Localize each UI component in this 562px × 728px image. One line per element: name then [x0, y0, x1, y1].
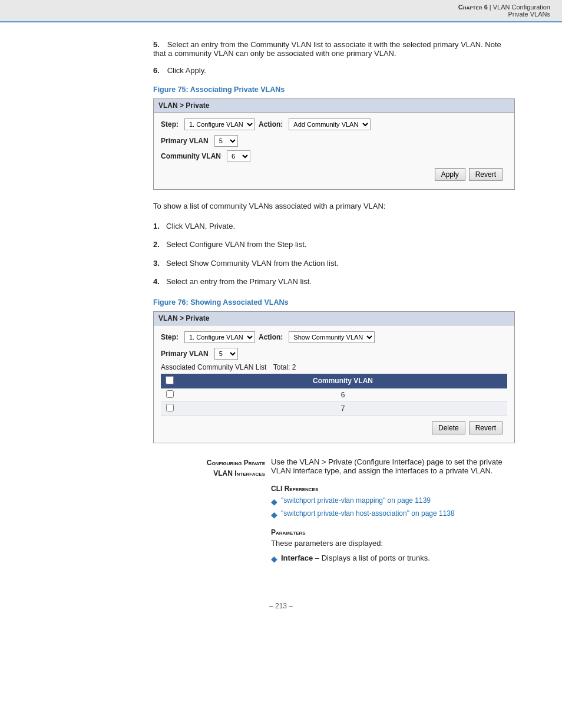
bullet-2: ◆: [271, 509, 277, 520]
param-interface-text: Interface – Displays a list of ports or …: [281, 554, 430, 562]
cli-heading: CLI References: [271, 485, 515, 493]
assoc-table-body: 6 7: [161, 388, 507, 416]
param-interface-name: Interface: [281, 554, 313, 562]
show-step-2: 2. Select Configure VLAN from the Step l…: [153, 239, 515, 251]
chapter-label: Chapter 6: [458, 4, 488, 11]
select-all-checkbox[interactable]: [166, 376, 174, 384]
community-vlan-row: Community VLAN 6: [161, 150, 507, 162]
community-vlan-label: Community VLAN: [161, 152, 221, 160]
step-5: 5. Select an entry from the Community VL…: [153, 40, 515, 58]
step-6: 6. Click Apply.: [153, 66, 515, 75]
assoc-table-header-row: Community VLAN: [161, 374, 507, 388]
row2-checkbox[interactable]: [166, 404, 174, 411]
figure-76-box: VLAN > Private Step: 1. Configure VLAN A…: [153, 311, 515, 443]
assoc-list-header: Associated Community VLAN List Total: 2: [161, 363, 507, 371]
params-list: ◆ Interface – Displays a list of ports o…: [271, 554, 515, 564]
figure-76-title: Figure 76: Showing Associated VLANs: [153, 298, 515, 307]
step-5-num: 5.: [153, 40, 165, 49]
step-action-row: Step: 1. Configure VLAN Action: Add Comm…: [161, 118, 507, 130]
configuring-section: Configuring Private VLAN Interfaces Use …: [153, 457, 515, 567]
table-row: 7: [161, 401, 507, 415]
action-select[interactable]: Add Community VLAN: [289, 118, 371, 130]
step-6-num: 6.: [153, 66, 165, 75]
show-step-3-text: Select Show Community VLAN from the Acti…: [166, 258, 339, 269]
row2-checkbox-cell: [161, 401, 178, 415]
show-step-3-num: 3.: [153, 258, 166, 269]
bullet-interface: ◆: [271, 554, 277, 564]
table-row: 6: [161, 388, 507, 402]
cli-link-1-text[interactable]: "switchport private-vlan mapping" on pag…: [281, 496, 431, 505]
figure-76-buttons: Delete Revert: [161, 419, 507, 437]
show-step-1-text: Click VLAN, Private.: [166, 220, 235, 232]
row1-checkbox-cell: [161, 388, 178, 402]
show-step-2-text: Select Configure VLAN from the Step list…: [166, 239, 306, 251]
fig76-step-select[interactable]: 1. Configure VLAN: [184, 331, 255, 343]
figure-76-box-header: VLAN > Private: [154, 312, 514, 325]
parameters-section: Parameters These parameters are displaye…: [271, 528, 515, 564]
fig76-action-select[interactable]: Show Community VLAN: [289, 331, 375, 343]
step-5-text: Select an entry from the Community VLAN …: [153, 40, 501, 58]
figure-76-box-body: Step: 1. Configure VLAN Action: Show Com…: [154, 325, 514, 443]
primary-vlan-label: Primary VLAN: [161, 137, 209, 145]
fig76-primary-vlan-label: Primary VLAN: [161, 350, 209, 358]
total-label: Total: 2: [273, 363, 296, 371]
assoc-list-label: Associated Community VLAN List: [161, 363, 266, 371]
show-step-3: 3. Select Show Community VLAN from the A…: [153, 258, 515, 269]
community-vlan-select[interactable]: 6: [227, 150, 250, 162]
row1-value: 6: [178, 388, 507, 402]
param-interface-desc: – Displays a list of ports or trunks.: [315, 554, 430, 562]
fig76-revert-button[interactable]: Revert: [469, 421, 503, 434]
figure-75-title: Figure 75: Associating Private VLANs: [153, 85, 515, 94]
fig76-action-label: Action:: [259, 333, 283, 341]
cli-links-list: ◆ "switchport private-vlan mapping" on p…: [271, 496, 515, 520]
show-steps-list: 1. Click VLAN, Private. 2. Select Config…: [153, 220, 515, 288]
header-title-line1: VLAN Configuration: [493, 4, 550, 11]
step-6-text: Click Apply.: [167, 66, 206, 75]
cli-link-2-text[interactable]: "switchport private-vlan host-associatio…: [281, 509, 455, 518]
header-separator: |: [490, 4, 491, 11]
cli-link-2: ◆ "switchport private-vlan host-associat…: [271, 509, 515, 520]
figure-75-box-header: VLAN > Private: [154, 99, 514, 113]
figure-75-box: VLAN > Private Step: 1. Configure VLAN A…: [153, 98, 515, 190]
community-vlan-col-header: Community VLAN: [178, 374, 507, 388]
page-header: Chapter 6 | VLAN Configuration Private V…: [0, 0, 562, 22]
intro-text: To show a list of community VLANs associ…: [153, 200, 515, 212]
param-interface: ◆ Interface – Displays a list of ports o…: [271, 554, 515, 564]
figure-75-buttons: Apply Revert: [161, 166, 507, 183]
params-intro: These parameters are displayed:: [271, 539, 515, 548]
step-label: Step:: [161, 120, 178, 129]
section-right-text: Use the VLAN > Private (Configure Interf…: [271, 457, 515, 475]
step-select[interactable]: 1. Configure VLAN: [184, 118, 255, 130]
params-heading: Parameters: [271, 528, 515, 536]
page-number: – 213 –: [269, 602, 293, 610]
fig76-step-action-row: Step: 1. Configure VLAN Action: Show Com…: [161, 331, 507, 343]
delete-button[interactable]: Delete: [432, 421, 465, 434]
section-left-col: Configuring Private VLAN Interfaces: [153, 457, 271, 567]
action-label: Action:: [259, 120, 283, 129]
page-content: 5. Select an entry from the Community VL…: [0, 22, 562, 584]
primary-vlan-row: Primary VLAN 5: [161, 135, 507, 147]
primary-vlan-select[interactable]: 5: [214, 135, 238, 147]
show-step-4-num: 4.: [153, 276, 166, 288]
revert-button[interactable]: Revert: [469, 168, 503, 181]
show-step-4-text: Select an entry from the Primary VLAN li…: [166, 276, 312, 288]
row1-checkbox[interactable]: [166, 390, 174, 398]
assoc-table: Community VLAN 6 7: [161, 374, 507, 416]
figure-75-box-body: Step: 1. Configure VLAN Action: Add Comm…: [154, 113, 514, 189]
show-step-1: 1. Click VLAN, Private.: [153, 220, 515, 232]
section-left-title: Configuring Private VLAN Interfaces: [153, 457, 265, 479]
section-right-col: Use the VLAN > Private (Configure Interf…: [271, 457, 515, 567]
cli-link-1: ◆ "switchport private-vlan mapping" on p…: [271, 496, 515, 507]
assoc-header-checkbox-cell: [161, 374, 178, 388]
apply-button[interactable]: Apply: [435, 168, 465, 181]
fig76-primary-vlan-row: Primary VLAN 5: [161, 348, 507, 360]
show-step-2-num: 2.: [153, 239, 166, 251]
show-step-1-num: 1.: [153, 220, 166, 232]
cli-references: CLI References ◆ "switchport private-vla…: [271, 485, 515, 520]
section-title-line2: VLAN Interfaces: [213, 469, 265, 477]
header-title-line2: Private VLANs: [480, 11, 550, 18]
row2-value: 7: [178, 401, 507, 415]
show-step-4: 4. Select an entry from the Primary VLAN…: [153, 276, 515, 288]
fig76-primary-vlan-select[interactable]: 5: [214, 348, 238, 360]
show-steps: 1. Click VLAN, Private. 2. Select Config…: [153, 220, 515, 288]
